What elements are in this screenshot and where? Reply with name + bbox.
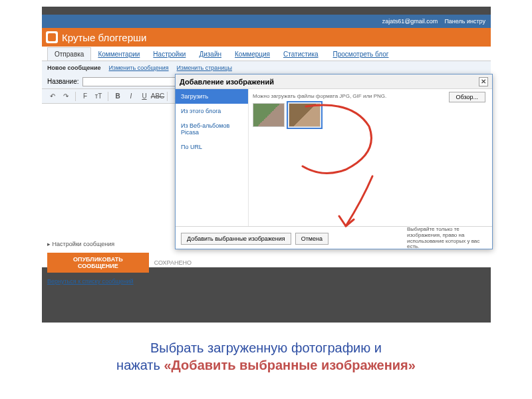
subtab-new[interactable]: Новое сообщение (47, 65, 101, 71)
sidebar-item-url[interactable]: По URL (176, 140, 248, 154)
dialog-main: Обзор... Можно загружать файлы формата J… (249, 89, 492, 226)
user-email: zajats61@gmail.com (382, 18, 438, 25)
browse-button[interactable]: Обзор... (449, 92, 486, 102)
strike-icon[interactable]: ABC (152, 91, 163, 102)
dialog-footer: Добавить выбранные изображения Отмена Вы… (176, 226, 492, 250)
dialog-title: Добавление изображений (180, 78, 274, 86)
thumbnail-2[interactable] (289, 103, 321, 127)
italic-icon[interactable]: I (126, 91, 136, 102)
undo-icon[interactable]: ↶ (47, 91, 58, 102)
title-label: Название: (47, 78, 78, 85)
dialog-sidebar: Загрузить Из этого блога Из Веб-альбомов… (176, 89, 249, 226)
caption-line2b: «Добавить выбранные изображения» (164, 358, 415, 372)
editor-footer-area: ▸ Настройки сообщения ОПУБЛИКОВАТЬ СООБЩ… (42, 238, 192, 285)
blog-header: Крутые блоггерши (42, 28, 491, 47)
dialog-body: Загрузить Из этого блога Из Веб-альбомов… (176, 89, 492, 226)
tab-stats[interactable]: Статистика (277, 48, 325, 61)
close-icon[interactable]: ✕ (479, 77, 488, 86)
separator (75, 92, 76, 101)
post-settings-toggle[interactable]: ▸ Настройки сообщения (47, 238, 192, 250)
separator (108, 92, 108, 101)
subtab-edit[interactable]: Изменить сообщения (109, 65, 169, 71)
saved-label: СОХРАНЕНО (154, 259, 192, 266)
font-icon[interactable]: F (80, 91, 90, 102)
separator (167, 92, 168, 101)
action-row: ОПУБЛИКОВАТЬ СООБЩЕНИЕ СОХРАНЕНО (47, 253, 192, 273)
tab-settings[interactable]: Настройки (146, 48, 192, 61)
main-tabs: Отправка Комментарии Настройки Дизайн Ко… (42, 47, 491, 61)
caption-line2a: нажать (116, 358, 164, 372)
publish-button[interactable]: ОПУБЛИКОВАТЬ СООБЩЕНИЕ (47, 253, 149, 273)
subtab-pages[interactable]: Изменить страницы (177, 65, 232, 71)
blogger-logo-icon (46, 31, 58, 43)
thumbnail-row (253, 103, 488, 127)
sidebar-item-upload[interactable]: Загрузить (176, 89, 248, 104)
blog-title: Крутые блоггерши (62, 32, 146, 43)
dialog-header: Добавление изображений ✕ (176, 74, 492, 89)
underline-icon[interactable]: U (139, 91, 150, 102)
bold-icon[interactable]: B (112, 91, 123, 102)
image-upload-dialog: Добавление изображений ✕ Загрузить Из эт… (175, 74, 493, 249)
cancel-button[interactable]: Отмена (295, 233, 329, 245)
size-icon[interactable]: тT (93, 91, 104, 102)
thumbnail-1[interactable] (253, 103, 285, 127)
tab-design[interactable]: Дизайн (192, 48, 228, 61)
sidebar-item-picasa[interactable]: Из Веб-альбомов Picasa (176, 118, 248, 140)
tab-monetize[interactable]: Коммерция (228, 48, 277, 61)
tab-posting[interactable]: Отправка (47, 47, 91, 61)
toolbar-link[interactable]: Панель инстру (444, 18, 485, 25)
caption-line1: Выбрать загруженную фотографию и (150, 340, 382, 355)
sub-tabs: Новое сообщение Изменить сообщения Измен… (42, 61, 491, 74)
return-link[interactable]: Вернуться к списку сообщений (47, 278, 192, 285)
rights-note: Выбирайте только те изображения, право н… (407, 227, 487, 250)
redo-icon[interactable]: ↷ (61, 91, 71, 102)
add-selected-button[interactable]: Добавить выбранные изображения (181, 233, 291, 245)
sidebar-item-blog[interactable]: Из этого блога (176, 104, 248, 118)
view-blog-link[interactable]: Просмотреть блог (333, 48, 389, 61)
slide-caption: Выбрать загруженную фотографию и нажать … (0, 339, 532, 374)
account-bar: zajats61@gmail.com Панель инстру (42, 15, 491, 28)
tab-comments[interactable]: Комментарии (91, 48, 146, 61)
